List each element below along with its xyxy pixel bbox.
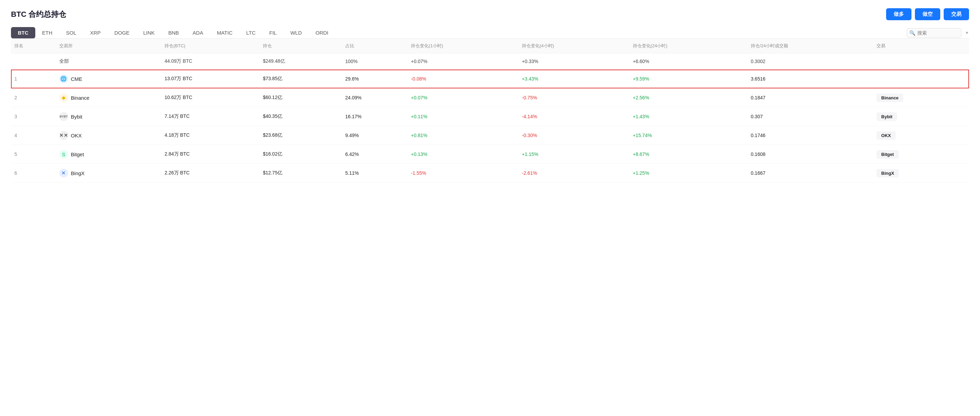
col-oi: 持仓: [259, 39, 342, 53]
cell-share: 16.17%: [342, 107, 408, 126]
col-exchange: 交易所: [56, 39, 161, 53]
total-change-1h: +0.07%: [407, 53, 519, 70]
cell-rank: 1: [11, 70, 56, 88]
trade-button[interactable]: 交易: [944, 8, 969, 20]
coin-tab-xrp[interactable]: XRP: [83, 27, 108, 38]
total-label: 全部: [56, 53, 161, 70]
table-row: 5 S Bitget 2.84万 BTC $16.02亿 6.42% +0.13…: [11, 145, 969, 164]
cell-rank: 4: [11, 126, 56, 145]
cell-oi: $60.12亿: [259, 88, 342, 107]
table-row: 6 ✕ BingX 2.26万 BTC $12.75亿 5.11% -1.55%…: [11, 164, 969, 183]
exchange-icon: ◆: [59, 93, 68, 102]
total-change-4h: +0.33%: [519, 53, 630, 70]
cell-exchange: ◆ Binance: [56, 88, 161, 107]
coin-tab-ada[interactable]: ADA: [186, 27, 210, 38]
exchange-label: Binance: [71, 95, 89, 101]
exchange-icon: S: [59, 150, 68, 159]
coin-tab-ltc[interactable]: LTC: [239, 27, 262, 38]
exchange-label: BingX: [71, 170, 84, 176]
coin-tab-sol[interactable]: SOL: [59, 27, 83, 38]
col-change-4h: 持仓变化(4小时): [519, 39, 630, 53]
cell-oi: $40.35亿: [259, 107, 342, 126]
exchange-icon: 🌐: [59, 74, 68, 83]
cell-trade-btn[interactable]: OKX: [873, 126, 969, 145]
cell-rank: 5: [11, 145, 56, 164]
cell-exchange: ✕ BingX: [56, 164, 161, 183]
cell-rank: 2: [11, 88, 56, 107]
cell-exchange: S Bitget: [56, 145, 161, 164]
cell-change-1h: +0.81%: [407, 126, 519, 145]
exchange-icon: ✕: [59, 169, 68, 177]
cell-change-24h: +2.56%: [630, 88, 747, 107]
short-button[interactable]: 做空: [915, 8, 940, 20]
cell-oi-vol-24h: 0.1847: [747, 88, 873, 107]
cell-trade-btn[interactable]: Bitget: [873, 145, 969, 164]
cell-oi-vol-24h: 0.307: [747, 107, 873, 126]
table-row: 1 🌐 CME 13.07万 BTC $73.85亿 29.6% -0.08% …: [11, 70, 969, 88]
cell-oi: $12.75亿: [259, 164, 342, 183]
cell-change-24h: +8.67%: [630, 145, 747, 164]
table-header-row: 排名 交易所 持仓(BTC) 持仓 占比 持仓变化(1小时) 持仓变化(4小时)…: [11, 39, 969, 53]
table-row: 2 ◆ Binance 10.62万 BTC $60.12亿 24.09% +0…: [11, 88, 969, 107]
coin-tab-link[interactable]: LINK: [136, 27, 161, 38]
chevron-down-icon[interactable]: ▼: [965, 30, 969, 35]
col-oi-vol-24h: 持仓/24小时成交额: [747, 39, 873, 53]
coin-tab-bnb[interactable]: BNB: [161, 27, 186, 38]
total-trade-btn: [873, 53, 969, 70]
table-row: 4 ✕✕ OKX 4.18万 BTC $23.68亿 9.49% +0.81% …: [11, 126, 969, 145]
total-share: 100%: [342, 53, 408, 70]
exchange-trade-button[interactable]: Binance: [877, 94, 904, 102]
cell-rank: 3: [11, 107, 56, 126]
coin-tab-doge[interactable]: DOGE: [108, 27, 136, 38]
cell-oi-btc: 4.18万 BTC: [161, 126, 259, 145]
coin-tab-wld[interactable]: WLD: [283, 27, 309, 38]
cell-change-1h: +0.13%: [407, 145, 519, 164]
cell-share: 5.11%: [342, 164, 408, 183]
cell-change-1h: -1.55%: [407, 164, 519, 183]
total-oi: $249.48亿: [259, 53, 342, 70]
cell-share: 9.49%: [342, 126, 408, 145]
cell-oi-btc: 2.84万 BTC: [161, 145, 259, 164]
cell-trade-btn[interactable]: Bybit: [873, 107, 969, 126]
coin-tabs-bar: BTCETHSOLXRPDOGELINKBNBADAMATICLTCFILWLD…: [11, 27, 969, 39]
coin-tab-btc[interactable]: BTC: [11, 27, 35, 38]
exchange-icon: BYBT: [59, 112, 68, 121]
coin-tabs: BTCETHSOLXRPDOGELINKBNBADAMATICLTCFILWLD…: [11, 27, 907, 38]
cell-oi-vol-24h: 0.1608: [747, 145, 873, 164]
oi-table: 排名 交易所 持仓(BTC) 持仓 占比 持仓变化(1小时) 持仓变化(4小时)…: [11, 39, 969, 183]
coin-tab-eth[interactable]: ETH: [35, 27, 59, 38]
exchange-label: Bybit: [71, 114, 82, 120]
exchange-label: CME: [71, 76, 82, 82]
cell-change-4h: -0.75%: [519, 88, 630, 107]
page-title: BTC 合约总持仓: [11, 9, 66, 19]
coin-tab-fil[interactable]: FIL: [262, 27, 284, 38]
cell-change-4h: -2.61%: [519, 164, 630, 183]
cell-change-24h: +1.25%: [630, 164, 747, 183]
cell-trade-btn[interactable]: BingX: [873, 164, 969, 183]
col-trade: 交易: [873, 39, 969, 53]
exchange-trade-button[interactable]: Bybit: [877, 112, 897, 121]
cell-trade-btn[interactable]: Binance: [873, 88, 969, 107]
exchange-label: OKX: [71, 132, 82, 139]
col-rank: 排名: [11, 39, 56, 53]
total-change-24h: +6.60%: [630, 53, 747, 70]
cell-oi-vol-24h: 3.6516: [747, 70, 873, 88]
exchange-icon: ✕✕: [59, 131, 68, 140]
exchange-trade-button[interactable]: BingX: [877, 169, 899, 177]
coin-tab-matic[interactable]: MATIC: [210, 27, 240, 38]
exchange-trade-button[interactable]: Bitget: [877, 150, 899, 159]
exchange-trade-button[interactable]: OKX: [877, 131, 896, 140]
col-change-1h: 持仓变化(1小时): [407, 39, 519, 53]
cell-oi: $73.85亿: [259, 70, 342, 88]
exchange-label: Bitget: [71, 151, 84, 157]
search-input[interactable]: [907, 28, 961, 38]
long-button[interactable]: 做多: [886, 8, 912, 20]
header-buttons: 做多 做空 交易: [886, 8, 969, 20]
cell-change-1h: +0.07%: [407, 88, 519, 107]
table-row: 3 BYBT Bybit 7.14万 BTC $40.35亿 16.17% +0…: [11, 107, 969, 126]
coin-tab-ordi[interactable]: ORDI: [309, 27, 336, 38]
total-oi-btc: 44.09万 BTC: [161, 53, 259, 70]
cell-trade-btn: [873, 70, 969, 88]
search-wrapper: 🔍: [907, 28, 961, 38]
cell-exchange: 🌐 CME: [56, 70, 161, 88]
